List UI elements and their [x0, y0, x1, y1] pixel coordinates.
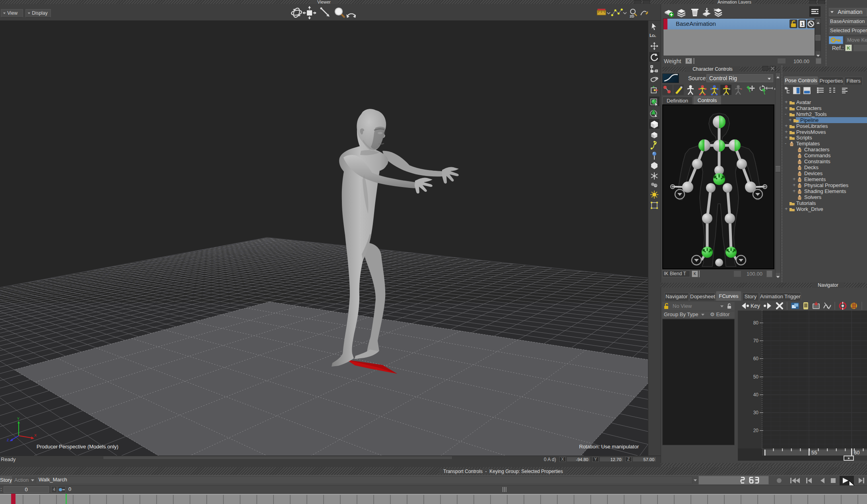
svg-text:55: 55 — [811, 450, 817, 456]
svg-text:Rotation: Use manipulator: Rotation: Use manipulator — [579, 444, 639, 450]
svg-text:Y: Y — [17, 417, 19, 421]
svg-text:70: 70 — [753, 338, 759, 344]
svg-text:2D: 2D — [630, 14, 634, 18]
svg-text:50: 50 — [753, 374, 759, 380]
svg-text:1: 1 — [801, 21, 804, 27]
svg-text:Z: Z — [7, 438, 9, 442]
svg-text:40: 40 — [753, 392, 759, 398]
svg-text:30: 30 — [753, 410, 759, 415]
svg-text:Key: Key — [751, 303, 760, 309]
svg-text:20: 20 — [753, 428, 759, 433]
svg-text:X: X — [34, 433, 37, 437]
svg-text:80: 80 — [753, 320, 759, 326]
svg-text:60: 60 — [854, 450, 859, 456]
svg-text:60: 60 — [753, 356, 759, 361]
svg-text:Producer Perspective (Models o: Producer Perspective (Models only) — [37, 444, 118, 450]
